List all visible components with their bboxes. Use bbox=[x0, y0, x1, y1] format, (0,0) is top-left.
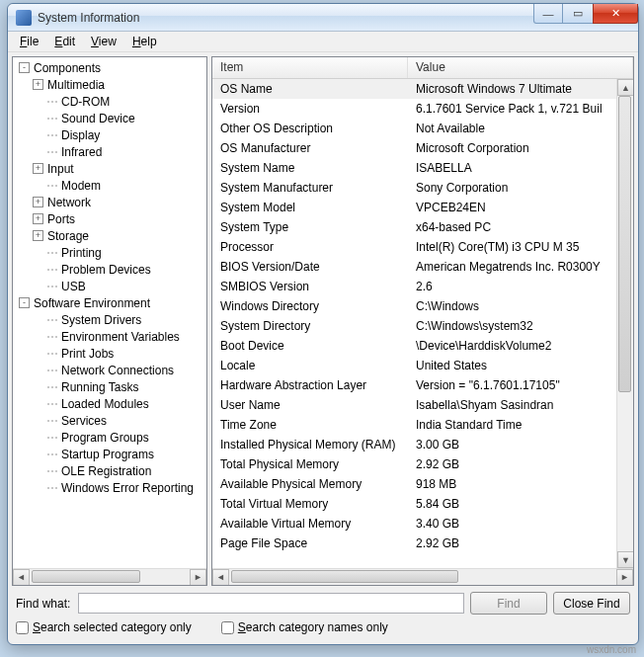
tree-item[interactable]: ⋯Services bbox=[13, 412, 206, 429]
list-row[interactable]: ProcessorIntel(R) Core(TM) i3 CPU M 35 bbox=[212, 237, 633, 257]
close-find-button[interactable]: Close Find bbox=[553, 592, 630, 615]
tree-item-label: Sound Device bbox=[61, 112, 135, 125]
tree-hscroll-track[interactable] bbox=[30, 569, 190, 586]
tree-item[interactable]: ⋯Infrared bbox=[13, 143, 206, 160]
list-vscroll-thumb[interactable] bbox=[618, 96, 631, 392]
list-row[interactable]: Page File Space2.92 GB bbox=[212, 534, 633, 553]
list-row[interactable]: LocaleUnited States bbox=[212, 356, 633, 375]
tree-hscroll-thumb[interactable] bbox=[32, 570, 140, 583]
tree-item[interactable]: ⋯Print Jobs bbox=[13, 345, 206, 362]
tree-item-label: Windows Error Reporting bbox=[61, 481, 194, 495]
expand-icon[interactable]: + bbox=[33, 197, 43, 207]
tree-hscroll[interactable]: ◄ ► bbox=[13, 568, 206, 585]
tree-item[interactable]: ⋯OLE Registration bbox=[13, 462, 206, 479]
tree-item[interactable]: ⋯Network Connections bbox=[13, 362, 206, 378]
list-cell-item: User Name bbox=[212, 398, 408, 412]
tree-item[interactable]: -Software Environment bbox=[13, 294, 206, 311]
list-vscroll[interactable]: ▲ ▼ bbox=[616, 79, 633, 568]
tree-item[interactable]: ⋯Startup Programs bbox=[13, 446, 206, 462]
find-input[interactable] bbox=[78, 593, 464, 614]
tree-item[interactable]: +Multimedia bbox=[13, 76, 206, 93]
menu-help[interactable]: Help bbox=[124, 33, 165, 50]
expand-icon[interactable]: + bbox=[33, 213, 43, 224]
tree-item[interactable]: ⋯Program Groups bbox=[13, 429, 206, 446]
search-selected-checkbox[interactable]: Search selected category only bbox=[16, 620, 192, 634]
scroll-left-icon[interactable]: ◄ bbox=[212, 569, 229, 586]
scroll-left-icon[interactable]: ◄ bbox=[13, 569, 30, 586]
list-hscroll[interactable]: ◄ ► bbox=[212, 568, 633, 585]
list-row[interactable]: System ModelVPCEB24EN bbox=[212, 198, 633, 217]
list-hscroll-track[interactable] bbox=[229, 569, 616, 586]
list-row[interactable]: Windows DirectoryC:\Windows bbox=[212, 296, 633, 316]
list-vscroll-track[interactable] bbox=[617, 96, 633, 551]
column-header-item[interactable]: Item bbox=[212, 57, 408, 78]
list-row[interactable]: System Typex64-based PC bbox=[212, 217, 633, 237]
tree-item[interactable]: -Components bbox=[13, 59, 206, 76]
list-row[interactable]: Total Physical Memory2.92 GB bbox=[212, 454, 633, 474]
list-row[interactable]: OS ManufacturerMicrosoft Corporation bbox=[212, 138, 633, 158]
tree-item[interactable]: ⋯Display bbox=[13, 126, 206, 143]
tree-item[interactable]: ⋯Sound Device bbox=[13, 110, 206, 126]
list-row[interactable]: Version6.1.7601 Service Pack 1, v.721 Bu… bbox=[212, 99, 633, 119]
tree-item[interactable]: ⋯Modem bbox=[13, 177, 206, 194]
tree-item[interactable]: ⋯Running Tasks bbox=[13, 378, 206, 395]
list-row[interactable]: System ManufacturerSony Corporation bbox=[212, 178, 633, 198]
list-hscroll-thumb[interactable] bbox=[231, 570, 458, 583]
column-header-value[interactable]: Value bbox=[408, 57, 633, 78]
list-row[interactable]: OS NameMicrosoft Windows 7 Ultimate bbox=[212, 79, 633, 99]
expand-icon[interactable]: + bbox=[33, 163, 43, 174]
titlebar[interactable]: System Information — ▭ ✕ bbox=[8, 4, 638, 32]
menu-file[interactable]: File bbox=[12, 33, 46, 50]
tree-item[interactable]: ⋯System Drivers bbox=[13, 311, 206, 328]
list-row[interactable]: System NameISABELLA bbox=[212, 158, 633, 178]
list-row[interactable]: Available Virtual Memory3.40 GB bbox=[212, 514, 633, 534]
tree-item[interactable]: +Storage bbox=[13, 227, 206, 244]
menu-view[interactable]: View bbox=[83, 33, 124, 50]
tree-item[interactable]: ⋯Loaded Modules bbox=[13, 395, 206, 412]
details-list[interactable]: OS NameMicrosoft Windows 7 UltimateVersi… bbox=[212, 79, 633, 568]
find-button[interactable]: Find bbox=[470, 592, 547, 615]
list-row[interactable]: Total Virtual Memory5.84 GB bbox=[212, 494, 633, 514]
list-row[interactable]: Time ZoneIndia Standard Time bbox=[212, 415, 633, 435]
list-row[interactable]: Installed Physical Memory (RAM)3.00 GB bbox=[212, 435, 633, 454]
list-row[interactable]: Hardware Abstraction LayerVersion = "6.1… bbox=[212, 375, 633, 395]
tree-item[interactable]: ⋯CD-ROM bbox=[13, 93, 206, 110]
collapse-icon[interactable]: - bbox=[19, 297, 30, 308]
minimize-button[interactable]: — bbox=[533, 4, 563, 24]
list-row[interactable]: SMBIOS Version2.6 bbox=[212, 277, 633, 296]
tree-item[interactable]: ⋯Problem Devices bbox=[13, 261, 206, 278]
tree-item[interactable]: ⋯Printing bbox=[13, 244, 206, 261]
menu-edit[interactable]: Edit bbox=[46, 33, 83, 50]
expand-icon[interactable]: + bbox=[33, 230, 43, 241]
scroll-right-icon[interactable]: ► bbox=[190, 569, 206, 586]
list-row[interactable]: Available Physical Memory918 MB bbox=[212, 474, 633, 494]
tree-item-label: System Drivers bbox=[61, 313, 141, 327]
list-row[interactable]: System DirectoryC:\Windows\system32 bbox=[212, 316, 633, 336]
list-row[interactable]: Boot Device\Device\HarddiskVolume2 bbox=[212, 336, 633, 356]
scroll-up-icon[interactable]: ▲ bbox=[617, 79, 634, 96]
list-row[interactable]: Other OS DescriptionNot Available bbox=[212, 119, 633, 138]
tree-item-label: CD-ROM bbox=[61, 95, 110, 109]
maximize-button[interactable]: ▭ bbox=[563, 4, 593, 24]
checkbox-icon[interactable] bbox=[221, 621, 234, 634]
tree-item[interactable]: ⋯Windows Error Reporting bbox=[13, 479, 206, 496]
list-cell-value: United States bbox=[408, 359, 633, 372]
scroll-down-icon[interactable]: ▼ bbox=[617, 551, 634, 568]
scroll-right-icon[interactable]: ► bbox=[616, 569, 633, 586]
category-tree[interactable]: -Components+Multimedia⋯CD-ROM⋯Sound Devi… bbox=[13, 57, 206, 568]
tree-item[interactable]: +Ports bbox=[13, 210, 206, 227]
expand-icon[interactable]: + bbox=[33, 79, 43, 90]
checkbox-icon[interactable] bbox=[16, 621, 29, 634]
tree-item-label: Infrared bbox=[61, 145, 102, 159]
tree-connector-icon: ⋯ bbox=[46, 179, 59, 193]
tree-item[interactable]: +Input bbox=[13, 160, 206, 177]
tree-connector-icon: ⋯ bbox=[46, 128, 59, 142]
list-row[interactable]: BIOS Version/DateAmerican Megatrends Inc… bbox=[212, 257, 633, 277]
tree-item[interactable]: ⋯USB bbox=[13, 278, 206, 294]
tree-item[interactable]: ⋯Environment Variables bbox=[13, 328, 206, 345]
tree-item[interactable]: +Network bbox=[13, 194, 206, 210]
close-button[interactable]: ✕ bbox=[593, 4, 638, 24]
list-row[interactable]: User NameIsabella\Shyam Sasindran bbox=[212, 395, 633, 415]
collapse-icon[interactable]: - bbox=[19, 62, 30, 73]
search-category-names-checkbox[interactable]: Search category names only bbox=[221, 620, 388, 634]
